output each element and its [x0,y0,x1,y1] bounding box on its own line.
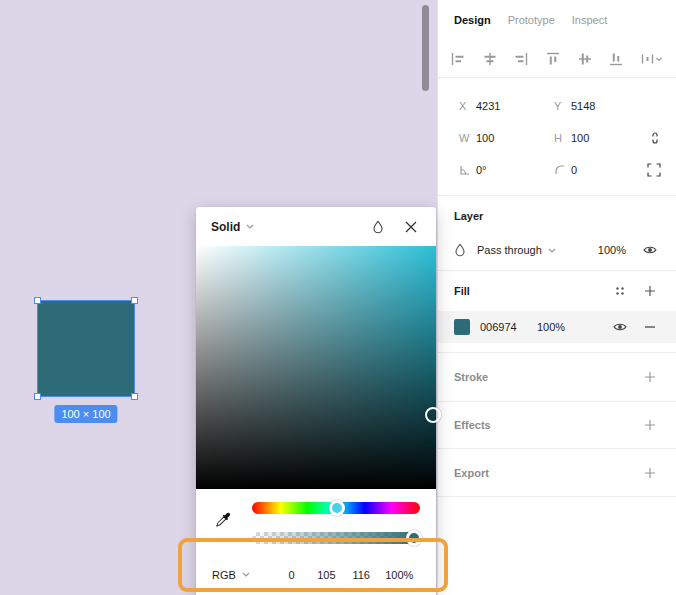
fill-color-swatch[interactable] [454,319,470,335]
align-right-icon[interactable] [514,52,528,66]
position-row: X 4231 Y 5148 [438,90,676,122]
tidy-up-icon[interactable] [641,52,663,66]
selection-handle-bottom-left[interactable] [34,393,41,400]
add-effect-icon[interactable] [640,415,660,435]
tab-design[interactable]: Design [454,14,491,26]
remove-fill-icon[interactable] [640,317,660,337]
rotation-field[interactable]: 0° [459,164,554,176]
align-bottom-icon[interactable] [609,52,623,66]
paint-type-value[interactable]: Solid [211,220,240,234]
size-badge: 100 × 100 [54,405,117,423]
fill-visibility-eye-icon[interactable] [610,317,630,337]
y-value[interactable]: 5148 [571,100,595,112]
size-row: W 100 H 100 [438,122,676,154]
red-value[interactable]: 0 [274,569,309,581]
alpha-gradient [252,532,420,544]
close-icon[interactable] [401,217,421,237]
color-picker-header: Solid [196,207,436,246]
blend-mode-row: Pass through 100% [438,236,676,270]
layer-opacity-value[interactable]: 100% [598,244,626,256]
x-field[interactable]: X 4231 [459,100,554,112]
selected-rectangle[interactable]: 100 × 100 [37,300,135,397]
add-fill-icon[interactable] [640,281,660,301]
add-stroke-icon[interactable] [640,367,660,387]
width-field[interactable]: W 100 [459,132,554,144]
paint-type-chevron-icon[interactable] [246,224,254,229]
color-position-handle[interactable] [425,407,441,423]
vertical-scrollbar[interactable] [422,5,429,91]
color-model-chevron-icon [242,572,250,577]
fill-section: Fill 006974 100% [438,271,676,353]
corner-radius-value[interactable]: 0 [571,164,577,176]
transform-properties: X 4231 Y 5148 W 100 H 100 [438,78,676,196]
color-blend-icon[interactable] [368,217,388,237]
effects-section: Effects [438,402,676,449]
align-left-icon[interactable] [451,52,465,66]
align-horizontal-center-icon[interactable] [483,52,497,66]
fill-row[interactable]: 006974 100% [438,311,676,343]
saturation-brightness-area[interactable] [196,246,436,489]
blend-mode-icon [454,243,466,257]
layer-section-title: Layer [454,210,483,222]
add-export-icon[interactable] [640,463,660,483]
fill-opacity-value[interactable]: 100% [537,321,579,333]
export-section-title: Export [454,467,489,479]
fill-styles-icon[interactable] [610,281,630,301]
tab-prototype[interactable]: Prototype [508,14,555,26]
fill-section-title: Fill [454,285,470,297]
blend-mode-chevron-icon[interactable] [548,248,556,253]
layer-visibility-eye-icon[interactable] [640,240,660,260]
selection-handle-bottom-right[interactable] [131,393,138,400]
rotation-value[interactable]: 0° [476,164,487,176]
export-section: Export [438,449,676,497]
corner-radius-icon [554,164,571,176]
color-values-row: RGB 0 105 116 100% [196,554,436,595]
tab-inspect[interactable]: Inspect [572,14,607,26]
width-label: W [459,132,476,144]
height-field[interactable]: H 100 [554,132,634,144]
x-label: X [459,100,476,112]
y-field[interactable]: Y 5148 [554,100,634,112]
selection-handle-top-left[interactable] [34,297,41,304]
green-value[interactable]: 105 [309,569,344,581]
alpha-handle[interactable] [406,530,422,546]
corner-radius-field[interactable]: 0 [554,164,634,176]
panel-tabs: Design Prototype Inspect [438,0,676,40]
align-top-icon[interactable] [546,52,560,66]
color-picker-dialog: Solid RGB 0 105 116 100% [196,207,436,595]
stroke-section: Stroke [438,353,676,402]
rotation-row: 0° 0 [438,154,676,186]
x-value[interactable]: 4231 [476,100,500,112]
properties-panel: Design Prototype Inspect X 4231 [437,0,676,595]
stroke-section-title: Stroke [454,371,488,383]
blend-mode-value[interactable]: Pass through [477,244,542,256]
rotation-icon [459,164,476,176]
fill-hex-value[interactable]: 006974 [480,321,537,333]
height-value[interactable]: 100 [571,132,589,144]
alpha-slider[interactable] [252,532,420,544]
independent-corners-icon[interactable] [647,163,661,177]
layer-section: Layer Pass through 100% [438,196,676,271]
blue-value[interactable]: 116 [344,569,379,581]
constrain-proportions-icon[interactable] [649,130,661,146]
alpha-value[interactable]: 100% [379,569,420,581]
alignment-toolbar [438,40,676,78]
height-label: H [554,132,571,144]
width-value[interactable]: 100 [476,132,494,144]
eyedropper-icon[interactable] [215,512,232,529]
color-model-value: RGB [212,569,236,581]
align-vertical-center-icon[interactable] [578,52,592,66]
effects-section-title: Effects [454,419,491,431]
color-model-select[interactable]: RGB [212,569,274,581]
hue-handle[interactable] [329,500,345,516]
y-label: Y [554,100,571,112]
selection-handle-top-right[interactable] [131,297,138,304]
